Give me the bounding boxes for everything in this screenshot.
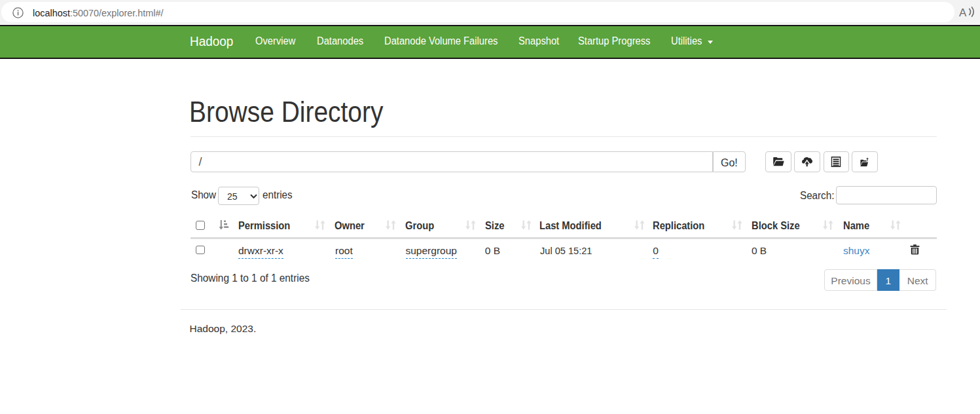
svg-text:A: A — [959, 7, 967, 19]
